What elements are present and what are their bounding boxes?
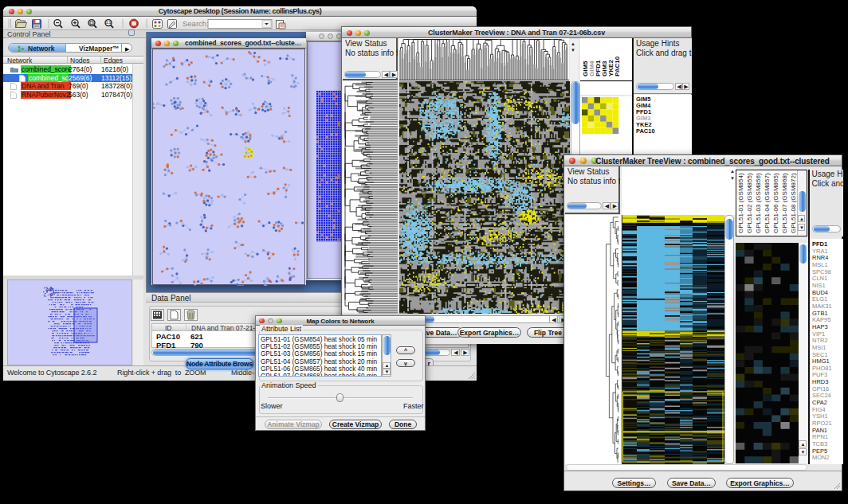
svg-text:GPL51-03 (GSM856): GPL51-03 (GSM856) [755,173,762,233]
svg-text:GPL51-07 (GSM868): GPL51-07 (GSM868) [781,173,788,233]
svg-text:GPL51-01 (GSM854): GPL51-01 (GSM854) [737,173,744,233]
svg-text:GPL51-08 (GSM872): GPL51-08 (GSM872) [790,173,797,233]
svg-text:GPL51-02 (GSM855): GPL51-02 (GSM855) [746,173,753,233]
svg-text:GPL51-06 (GSM865): GPL51-06 (GSM865) [772,173,779,233]
svg-text:1:1: 1:1 [106,21,112,25]
svg-text:GPL51-04 (GSM857): GPL51-04 (GSM857) [764,173,771,233]
svg-text:PAC10: PAC10 [614,56,621,76]
svg-text:Search:: Search: [183,19,209,28]
